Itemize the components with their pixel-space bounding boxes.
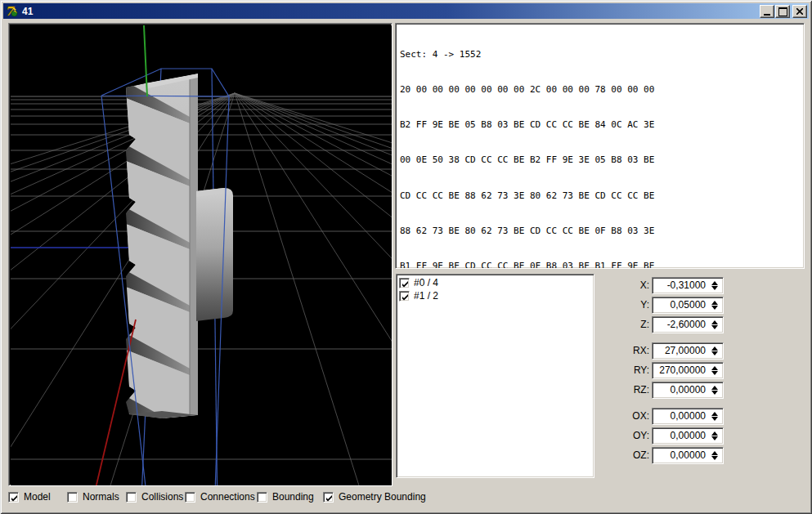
option-connections[interactable]: Connections bbox=[185, 490, 255, 503]
window-title: 41 bbox=[22, 6, 33, 17]
spin-up-icon[interactable] bbox=[711, 301, 718, 305]
x-value: -0,31000 bbox=[667, 279, 706, 291]
collisions-checkbox[interactable] bbox=[126, 492, 137, 503]
spin-up-icon[interactable] bbox=[711, 451, 718, 455]
hex-line: CD CC CC BE 88 62 73 3E 80 62 73 BE CD C… bbox=[400, 190, 804, 202]
y-label: Y: bbox=[600, 299, 649, 311]
ry-label: RY: bbox=[600, 364, 649, 376]
hex-dump-panel[interactable]: Sect: 4 -> 1552 20 00 00 00 00 00 00 00 … bbox=[395, 23, 805, 269]
y-spinner[interactable] bbox=[709, 298, 720, 312]
normals-checkbox[interactable] bbox=[67, 492, 78, 503]
rx-value: 27,00000 bbox=[665, 345, 706, 356]
oz-label: OZ: bbox=[600, 449, 649, 461]
rz-spinner[interactable] bbox=[709, 383, 720, 397]
rx-input[interactable]: 27,00000 bbox=[652, 342, 724, 360]
ox-spinner[interactable] bbox=[709, 409, 720, 423]
field-row-y: Y: 0,05000 bbox=[0, 297, 812, 314]
titlebar[interactable]: 7 41 bbox=[3, 3, 809, 19]
close-icon bbox=[796, 8, 803, 15]
ox-input[interactable]: 0,00000 bbox=[652, 408, 724, 425]
rz-input[interactable]: 0,00000 bbox=[652, 382, 724, 399]
option-geometry-bounding[interactable]: Geometry Bounding bbox=[323, 490, 426, 503]
bounding-checkbox[interactable] bbox=[257, 492, 267, 503]
minimize-button[interactable] bbox=[760, 5, 774, 18]
y-value: 0,05000 bbox=[671, 299, 706, 311]
spin-down-icon[interactable] bbox=[711, 417, 718, 421]
spin-down-icon[interactable] bbox=[711, 456, 718, 460]
oy-value: 0,00000 bbox=[671, 430, 706, 441]
rx-label: RX: bbox=[600, 345, 649, 356]
maximize-icon bbox=[778, 7, 787, 16]
spin-down-icon[interactable] bbox=[711, 286, 718, 290]
app-window: 7 41 bbox=[0, 0, 812, 514]
y-input[interactable]: 0,05000 bbox=[652, 297, 724, 314]
spin-up-icon[interactable] bbox=[711, 431, 718, 436]
option-label: Normals bbox=[83, 491, 119, 503]
oy-spinner[interactable] bbox=[709, 429, 720, 443]
z-value: -2,60000 bbox=[667, 319, 706, 330]
oz-value: 0,00000 bbox=[671, 449, 706, 461]
spin-up-icon[interactable] bbox=[711, 281, 718, 285]
x-input[interactable]: -0,31000 bbox=[652, 277, 724, 294]
option-model[interactable]: Model bbox=[8, 490, 51, 503]
maximize-button[interactable] bbox=[775, 5, 790, 18]
field-row-oy: OY: 0,00000 bbox=[0, 427, 812, 445]
spin-up-icon[interactable] bbox=[711, 320, 718, 324]
spin-down-icon[interactable] bbox=[711, 391, 718, 395]
geometry-bounding-checkbox[interactable] bbox=[323, 492, 334, 503]
field-row-x: X: -0,31000 bbox=[0, 277, 812, 294]
option-normals[interactable]: Normals bbox=[67, 490, 119, 503]
option-label: Geometry Bounding bbox=[339, 491, 426, 503]
oy-input[interactable]: 0,00000 bbox=[652, 427, 724, 445]
hex-line: 00 0E 50 38 CD CC CC BE B2 FF 9E 3E 05 B… bbox=[400, 154, 804, 166]
option-label: Connections bbox=[200, 491, 255, 503]
rx-spinner[interactable] bbox=[709, 344, 720, 358]
hex-line: 88 62 73 BE 80 62 73 BE CD CC CC BE 0F B… bbox=[400, 226, 804, 237]
option-label: Model bbox=[24, 491, 51, 503]
ry-spinner[interactable] bbox=[709, 364, 720, 378]
spin-up-icon[interactable] bbox=[711, 366, 718, 370]
spin-down-icon[interactable] bbox=[711, 436, 718, 440]
ox-value: 0,00000 bbox=[671, 410, 706, 422]
connections-checkbox[interactable] bbox=[185, 492, 195, 503]
spin-up-icon[interactable] bbox=[711, 412, 718, 416]
field-row-z: Z: -2,60000 bbox=[0, 316, 812, 333]
hex-line: B1 FF 9E BE CD CC CC BE 0F B8 03 BE B1 F… bbox=[400, 261, 804, 269]
z-spinner[interactable] bbox=[709, 318, 720, 332]
field-row-ox: OX: 0,00000 bbox=[0, 408, 812, 425]
model-checkbox[interactable] bbox=[8, 492, 19, 503]
x-spinner[interactable] bbox=[709, 279, 720, 293]
field-row-rz: RZ: 0,00000 bbox=[0, 382, 812, 399]
app-icon: 7 bbox=[5, 5, 18, 18]
spin-down-icon[interactable] bbox=[711, 306, 718, 310]
minimize-icon bbox=[764, 14, 770, 16]
ry-value: 270,00000 bbox=[659, 364, 706, 376]
spin-down-icon[interactable] bbox=[711, 351, 718, 355]
z-label: Z: bbox=[600, 319, 649, 330]
spin-down-icon[interactable] bbox=[711, 371, 718, 375]
option-collisions[interactable]: Collisions bbox=[126, 490, 183, 503]
spin-up-icon[interactable] bbox=[711, 386, 718, 390]
check-icon bbox=[11, 494, 18, 502]
z-input[interactable]: -2,60000 bbox=[652, 316, 724, 333]
oz-spinner[interactable] bbox=[709, 449, 720, 463]
field-row-oz: OZ: 0,00000 bbox=[0, 447, 812, 464]
oz-input[interactable]: 0,00000 bbox=[652, 447, 724, 464]
field-row-rx: RX: 27,00000 bbox=[0, 342, 812, 360]
x-label: X: bbox=[600, 279, 649, 291]
hex-line: 20 00 00 00 00 00 00 00 2C 00 00 00 78 0… bbox=[400, 84, 804, 96]
check-icon bbox=[325, 494, 333, 502]
ox-label: OX: bbox=[600, 410, 649, 422]
option-bounding[interactable]: Bounding bbox=[257, 490, 314, 503]
spin-up-icon[interactable] bbox=[711, 346, 718, 351]
close-button[interactable] bbox=[792, 5, 807, 18]
rz-value: 0,00000 bbox=[671, 384, 706, 396]
field-row-ry: RY: 270,00000 bbox=[0, 362, 812, 379]
spin-down-icon[interactable] bbox=[711, 325, 718, 329]
ry-input[interactable]: 270,00000 bbox=[652, 362, 724, 379]
option-label: Bounding bbox=[272, 491, 314, 503]
hex-line: B2 FF 9E BE 05 B8 03 BE CD CC CC BE 84 0… bbox=[400, 119, 804, 131]
rz-label: RZ: bbox=[600, 384, 649, 396]
hex-header: Sect: 4 -> 1552 bbox=[400, 49, 804, 60]
oy-label: OY: bbox=[600, 430, 649, 441]
